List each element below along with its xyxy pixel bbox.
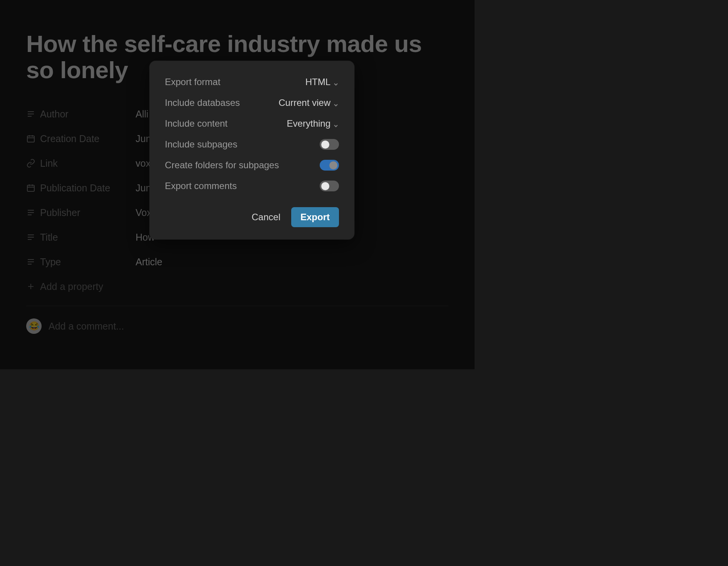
select-value: HTML bbox=[305, 77, 330, 87]
toggle-knob bbox=[329, 161, 337, 169]
export-format-select[interactable]: HTML bbox=[305, 77, 339, 87]
export-modal: Export format HTML Include databases Cur… bbox=[149, 61, 354, 239]
modal-actions: Cancel Export bbox=[165, 207, 339, 227]
chevron-down-icon bbox=[333, 121, 339, 127]
include-content-select[interactable]: Everything bbox=[287, 118, 339, 129]
modal-row-create-folders: Create folders for subpages bbox=[165, 155, 339, 176]
modal-row-include-content: Include content Everything bbox=[165, 113, 339, 134]
modal-label: Create folders for subpages bbox=[165, 160, 279, 171]
modal-label: Export comments bbox=[165, 181, 237, 191]
modal-row-export-format: Export format HTML bbox=[165, 72, 339, 92]
modal-label: Include subpages bbox=[165, 139, 237, 150]
chevron-down-icon bbox=[333, 79, 339, 85]
include-databases-select[interactable]: Current view bbox=[278, 97, 339, 108]
toggle-knob bbox=[321, 141, 329, 149]
include-subpages-toggle[interactable] bbox=[320, 139, 339, 150]
modal-row-export-comments: Export comments bbox=[165, 176, 339, 196]
modal-row-include-subpages: Include subpages bbox=[165, 134, 339, 155]
modal-label: Export format bbox=[165, 77, 220, 87]
select-value: Current view bbox=[278, 97, 330, 108]
modal-label: Include content bbox=[165, 118, 228, 129]
modal-label: Include databases bbox=[165, 97, 240, 108]
export-button[interactable]: Export bbox=[291, 207, 339, 227]
create-folders-toggle[interactable] bbox=[320, 160, 339, 171]
chevron-down-icon bbox=[333, 100, 339, 106]
select-value: Everything bbox=[287, 118, 330, 129]
cancel-button[interactable]: Cancel bbox=[252, 212, 280, 223]
export-comments-toggle[interactable] bbox=[320, 181, 339, 191]
toggle-knob bbox=[321, 182, 329, 190]
modal-row-include-databases: Include databases Current view bbox=[165, 92, 339, 113]
